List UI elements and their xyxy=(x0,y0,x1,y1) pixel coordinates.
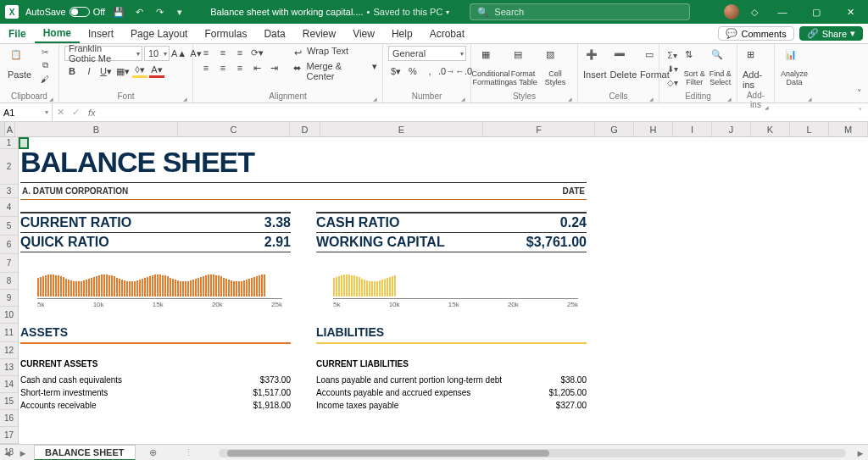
save-status[interactable]: Saved to this PC xyxy=(373,7,442,17)
column-header[interactable]: F xyxy=(483,122,595,136)
undo-icon[interactable]: ↶ xyxy=(132,5,146,19)
wrap-text-button[interactable]: ↩Wrap Text xyxy=(290,46,377,59)
worksheet[interactable]: BALANCE SHEET A. DATUM CORPORATION DATE … xyxy=(19,137,868,444)
bold-button[interactable]: B xyxy=(64,64,80,78)
tab-home[interactable]: Home xyxy=(35,24,80,43)
analyze-data-button[interactable]: 📊Analyze Data xyxy=(780,46,809,86)
italic-button[interactable]: I xyxy=(81,64,97,78)
clear-icon[interactable]: ◇▾ xyxy=(665,76,680,88)
redo-icon[interactable]: ↷ xyxy=(153,5,166,19)
fill-icon[interactable]: ⬇▾ xyxy=(665,63,680,75)
tab-data[interactable]: Data xyxy=(255,24,293,43)
row-header[interactable]: 8 xyxy=(0,273,18,290)
qat-dropdown-icon[interactable]: ▾ xyxy=(173,5,186,19)
add-sheet-button[interactable]: ⊕ xyxy=(139,446,167,460)
row-header[interactable]: 9 xyxy=(0,290,18,307)
minimize-button[interactable]: — xyxy=(770,0,795,24)
enter-formula-icon[interactable]: ✓ xyxy=(68,107,83,118)
row-header[interactable]: 2 xyxy=(0,149,18,185)
column-header[interactable]: A xyxy=(5,122,15,136)
cell-styles-button[interactable]: ▧Cell Styles xyxy=(541,46,570,86)
tab-view[interactable]: View xyxy=(344,24,383,43)
delete-cells-button[interactable]: ➖Delete xyxy=(610,46,637,80)
merge-center-button[interactable]: ⬌Merge & Center ▾ xyxy=(290,61,377,81)
align-left-icon[interactable]: ≡ xyxy=(198,61,214,75)
column-header[interactable]: I xyxy=(673,122,712,136)
tab-file[interactable]: File xyxy=(0,24,35,43)
align-right-icon[interactable]: ≡ xyxy=(232,61,248,75)
prev-sheet-button[interactable]: ◄ xyxy=(0,448,15,458)
column-header[interactable]: D xyxy=(290,122,320,136)
save-icon[interactable]: 💾 xyxy=(112,5,125,19)
coming-soon-icon[interactable]: ◇ xyxy=(748,5,761,19)
column-header[interactable]: M xyxy=(829,122,868,136)
percent-icon[interactable]: % xyxy=(405,64,420,78)
addins-button[interactable]: ⊞Add-ins xyxy=(743,46,769,90)
collapse-ribbon-button[interactable]: ˅ xyxy=(851,44,868,103)
fill-color-button[interactable]: ◊▾ xyxy=(132,64,147,78)
align-bottom-icon[interactable]: ≡ xyxy=(232,46,248,59)
font-name-combo[interactable]: Franklin Gothic Me xyxy=(64,46,142,61)
insert-cells-button[interactable]: ➕Insert xyxy=(583,46,607,80)
tab-review[interactable]: Review xyxy=(294,24,344,43)
maximize-button[interactable]: ▢ xyxy=(804,0,829,24)
cut-icon[interactable]: ✂ xyxy=(37,46,53,58)
conditional-formatting-button[interactable]: ▦Conditional Formatting xyxy=(476,46,505,86)
sort-filter-button[interactable]: ⇅Sort & Filter xyxy=(683,46,706,86)
scroll-right-button[interactable]: ► xyxy=(853,448,868,458)
column-header[interactable]: B xyxy=(15,122,178,136)
row-header[interactable]: 6 xyxy=(0,236,18,254)
name-box[interactable]: A1▾ xyxy=(0,103,53,121)
share-button[interactable]: 🔗 Share ▾ xyxy=(799,26,863,41)
align-center-icon[interactable]: ≡ xyxy=(215,61,231,75)
expand-formula-bar-icon[interactable]: ˅ xyxy=(853,107,868,118)
comments-button[interactable]: 💬 Comments xyxy=(718,26,793,41)
row-header[interactable]: 13 xyxy=(0,359,18,376)
user-avatar[interactable] xyxy=(724,4,739,19)
increase-decimal-icon[interactable]: .0→ xyxy=(439,64,454,78)
row-header[interactable]: 14 xyxy=(0,376,18,393)
decrease-decimal-icon[interactable]: ←.0 xyxy=(456,64,471,78)
currency-icon[interactable]: $▾ xyxy=(388,64,403,78)
format-painter-icon[interactable]: 🖌 xyxy=(37,73,53,85)
copy-icon[interactable]: ⧉ xyxy=(37,59,53,71)
paste-button[interactable]: 📋 Paste xyxy=(5,46,34,80)
row-header[interactable]: 12 xyxy=(0,342,18,359)
row-header[interactable]: 11 xyxy=(0,324,18,342)
column-header[interactable]: C xyxy=(178,122,290,136)
column-header[interactable]: H xyxy=(634,122,673,136)
column-header[interactable]: J xyxy=(712,122,751,136)
font-size-combo[interactable]: 10 xyxy=(144,46,170,61)
decrease-indent-icon[interactable]: ⇤ xyxy=(249,61,264,75)
next-sheet-button[interactable]: ► xyxy=(15,448,31,458)
row-header[interactable]: 17 xyxy=(0,427,18,444)
comma-icon[interactable]: , xyxy=(422,64,437,78)
row-header[interactable]: 5 xyxy=(0,217,18,236)
find-select-button[interactable]: 🔍Find & Select xyxy=(709,46,732,86)
format-as-table-button[interactable]: ▤Format as Table xyxy=(509,46,537,86)
horizontal-scrollbar[interactable] xyxy=(219,449,846,457)
close-button[interactable]: ✕ xyxy=(837,0,863,24)
align-middle-icon[interactable]: ≡ xyxy=(215,46,231,59)
tab-insert[interactable]: Insert xyxy=(80,24,122,43)
column-header[interactable]: G xyxy=(595,122,634,136)
row-header[interactable]: 4 xyxy=(0,198,18,217)
row-header[interactable]: 1 xyxy=(0,137,18,149)
row-header[interactable]: 7 xyxy=(0,254,18,273)
align-top-icon[interactable]: ≡ xyxy=(198,46,214,59)
increase-indent-icon[interactable]: ⇥ xyxy=(266,61,281,75)
tab-help[interactable]: Help xyxy=(383,24,421,43)
fx-icon[interactable]: fx xyxy=(83,108,101,118)
sheet-tab-active[interactable]: BALANCE SHEET xyxy=(34,445,136,460)
increase-font-icon[interactable]: A▲ xyxy=(171,47,186,60)
row-header[interactable]: 10 xyxy=(0,307,18,324)
tab-page-layout[interactable]: Page Layout xyxy=(122,24,196,43)
column-header[interactable]: E xyxy=(320,122,483,136)
autosum-icon[interactable]: Σ▾ xyxy=(665,49,680,61)
cancel-formula-icon[interactable]: ✕ xyxy=(53,107,68,118)
tab-acrobat[interactable]: Acrobat xyxy=(421,24,473,43)
column-header[interactable]: L xyxy=(790,122,829,136)
number-format-combo[interactable]: General xyxy=(388,46,466,61)
orientation-icon[interactable]: ⟳▾ xyxy=(249,46,264,59)
column-header[interactable]: K xyxy=(751,122,790,136)
